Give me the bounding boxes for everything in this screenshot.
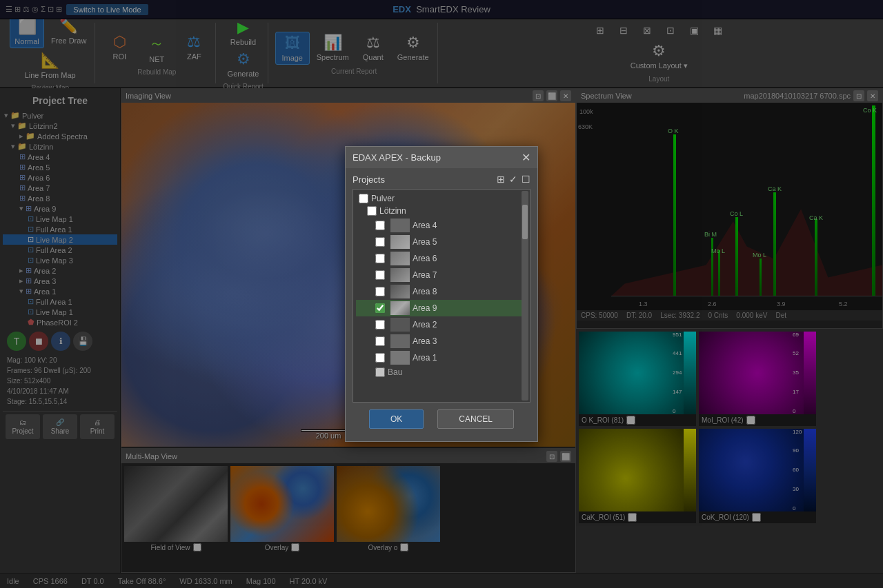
area5-modal-label: Area 5 — [413, 237, 437, 247]
modal-close-button[interactable]: ✕ — [522, 151, 530, 164]
modal-tree-pulver[interactable]: Pulver — [356, 192, 527, 205]
modal-title-bar: EDAX APEX - Backup ✕ — [346, 147, 537, 168]
modal-cancel-button[interactable]: CANCEL — [437, 409, 514, 429]
area7-modal-checkbox[interactable] — [375, 270, 385, 280]
modal-projects-label: Projects — [353, 174, 385, 185]
modal-tree-area4[interactable]: Area 4 — [356, 217, 527, 234]
modal-icon-check[interactable]: ✓ — [509, 174, 517, 185]
area8-thumb — [390, 285, 410, 298]
pulver-modal-checkbox[interactable] — [359, 194, 368, 203]
modal-projects-header: Projects ⊞ ✓ ☐ — [353, 174, 530, 185]
modal-scroll-thumb[interactable] — [522, 205, 528, 239]
modal-tree-area8[interactable]: Area 8 — [356, 283, 527, 300]
bau-modal-label: Bau — [388, 367, 402, 377]
modal-footer: OK CANCEL — [353, 403, 530, 436]
area8-modal-checkbox[interactable] — [375, 287, 385, 296]
area2-modal-label: Area 2 — [413, 320, 437, 330]
area1-thumb — [390, 351, 410, 365]
area6-modal-checkbox[interactable] — [375, 254, 385, 263]
modal-tree-area6[interactable]: Area 6 — [356, 250, 527, 267]
area1-modal-label: Area 1 — [413, 353, 437, 363]
modal-icon-square[interactable]: ☐ — [522, 174, 530, 185]
area3-modal-checkbox[interactable] — [375, 336, 385, 346]
area4-thumb — [390, 219, 410, 232]
area1-modal-checkbox[interactable] — [375, 353, 385, 363]
modal-tree-area3[interactable]: Area 3 — [356, 333, 527, 349]
area4-modal-label: Area 4 — [413, 221, 437, 230]
area2-thumb — [390, 318, 410, 332]
area7-thumb — [390, 268, 410, 282]
modal-header-icons: ⊞ ✓ ☐ — [497, 174, 530, 185]
area3-modal-label: Area 3 — [413, 336, 437, 346]
area6-thumb — [390, 252, 410, 265]
modal-tree: Pulver Lötzinn Area 4 Area 5 — [353, 189, 530, 403]
area7-modal-label: Area 7 — [413, 270, 437, 280]
backup-modal: EDAX APEX - Backup ✕ Projects ⊞ ✓ ☐ Pulv… — [345, 146, 538, 442]
modal-tree-area9[interactable]: Area 9 — [356, 300, 527, 316]
modal-ok-button[interactable]: OK — [369, 409, 424, 429]
modal-tree-area7[interactable]: Area 7 — [356, 267, 527, 283]
area5-modal-checkbox[interactable] — [375, 237, 385, 247]
area2-modal-checkbox[interactable] — [375, 320, 385, 330]
area3-thumb — [390, 334, 410, 348]
modal-tree-area1[interactable]: Area 1 — [356, 349, 527, 366]
modal-scroll-indicator — [522, 191, 528, 401]
modal-tree-area2[interactable]: Area 2 — [356, 316, 527, 333]
modal-tree-lotzinn[interactable]: Lötzinn — [356, 205, 527, 217]
area9-modal-checkbox[interactable] — [375, 303, 385, 313]
modal-body: Projects ⊞ ✓ ☐ Pulver Lötzinn — [346, 168, 537, 441]
modal-icon-windows[interactable]: ⊞ — [497, 174, 505, 185]
area5-thumb — [390, 235, 410, 249]
modal-tree-area5[interactable]: Area 5 — [356, 234, 527, 250]
modal-tree-bau[interactable]: Bau — [356, 366, 527, 378]
area9-modal-label: Area 9 — [413, 303, 437, 313]
area4-modal-checkbox[interactable] — [375, 221, 385, 230]
bau-modal-checkbox[interactable] — [375, 367, 385, 377]
area6-modal-label: Area 6 — [413, 254, 437, 263]
modal-overlay: EDAX APEX - Backup ✕ Projects ⊞ ✓ ☐ Pulv… — [0, 0, 883, 588]
lotzinn-modal-label: Lötzinn — [379, 206, 406, 216]
area9-thumb — [390, 301, 410, 315]
lotzinn-modal-checkbox[interactable] — [367, 206, 377, 216]
modal-title: EDAX APEX - Backup — [353, 152, 441, 163]
area8-modal-label: Area 8 — [413, 287, 437, 296]
pulver-modal-label: Pulver — [371, 194, 395, 203]
